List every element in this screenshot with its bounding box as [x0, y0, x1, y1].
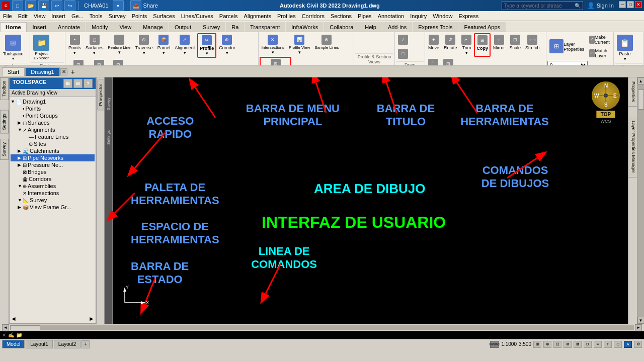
- tab-infraworks[interactable]: InfraWorks: [286, 22, 324, 32]
- tab-express[interactable]: Express Tools: [413, 22, 458, 32]
- trim-btn[interactable]: ✂ Trim▾: [459, 33, 473, 57]
- traverse-btn[interactable]: ⊙ Traverse▾: [133, 33, 154, 58]
- sample-lines-btn[interactable]: ⊗ Sample Lines: [312, 33, 341, 56]
- drawing-area[interactable]: Survey Settings ACCESORAPIDO BARRA DE ME…: [105, 77, 628, 324]
- tab-collab[interactable]: Collabora: [324, 22, 359, 32]
- toolspace-dropdown-icon[interactable]: ▾: [12, 56, 14, 61]
- minimize-button[interactable]: ─: [619, 1, 626, 8]
- fillet-btn[interactable]: ⌒ Fillet▾: [426, 57, 440, 66]
- menu-format[interactable]: Ge...: [68, 12, 87, 20]
- menu-edit[interactable]: Edit: [15, 12, 31, 20]
- tab-survey[interactable]: Survey: [197, 22, 225, 32]
- tab-manage[interactable]: Manage: [137, 22, 169, 32]
- surfaces-btn[interactable]: ◻ Surfaces▾: [84, 33, 106, 58]
- intersection-btn[interactable]: ✕ Intersections▾: [260, 33, 286, 56]
- array-btn[interactable]: ⊞ Array▾: [441, 57, 456, 66]
- grid-btn[interactable]: ⊞: [533, 341, 541, 348]
- tree-nav-left[interactable]: ◄: [11, 315, 17, 322]
- tree-pressure-networks[interactable]: ▶ ⊟ Pressure Ne...: [11, 161, 95, 168]
- tab-start[interactable]: Start: [2, 67, 25, 76]
- line-btn[interactable]: /: [396, 33, 410, 47]
- tab-help[interactable]: Help: [359, 22, 382, 32]
- menu-lines[interactable]: Lines/Curves: [178, 12, 216, 20]
- layer-selector[interactable]: 0: [547, 61, 588, 66]
- tree-drawing1[interactable]: ▼ 📄 Drawing1: [11, 98, 95, 105]
- scroll-right-btn[interactable]: ►: [635, 324, 642, 331]
- top-view-btn[interactable]: TOP: [596, 111, 615, 118]
- tree-corridors[interactable]: 🛣 Corridors: [11, 175, 95, 183]
- tab-survey2[interactable]: Ra: [226, 22, 244, 32]
- tab-transparent[interactable]: Transparent: [245, 22, 285, 32]
- search-input[interactable]: [504, 3, 575, 9]
- command-input[interactable]: [24, 332, 642, 338]
- search-icon[interactable]: 🔍: [575, 3, 581, 9]
- cmd-btn2[interactable]: ✍: [8, 332, 14, 338]
- tpress-btn[interactable]: T: [604, 341, 612, 348]
- assembly-btn[interactable]: ⊡ Assembly▾: [66, 58, 90, 66]
- vtab-survey[interactable]: Survey: [0, 139, 9, 160]
- cmd-close-btn[interactable]: ✕: [2, 332, 6, 338]
- tab-addins[interactable]: Add-ins: [382, 22, 412, 32]
- feature-line-btn[interactable]: — Feature Line▾: [106, 33, 133, 58]
- layer-properties-btn[interactable]: ⊞ LayerProperties: [547, 38, 586, 55]
- obj-snap-btn[interactable]: ⊙: [614, 341, 622, 348]
- menu-express[interactable]: Express: [455, 12, 481, 20]
- menu-tools[interactable]: Tools: [87, 12, 106, 20]
- toolspace-btn[interactable]: ⊞ Toolspace ▾: [1, 33, 26, 62]
- parcel-btn[interactable]: 📦 Parcel▾: [155, 33, 173, 58]
- tree-bridges[interactable]: ⊠ Bridges: [11, 168, 95, 175]
- tree-catchments[interactable]: ▶ 🌊 Catchments: [11, 147, 95, 154]
- tab-drawing1[interactable]: Drawing1: [25, 67, 59, 76]
- tab-layout2[interactable]: Layout2: [54, 340, 81, 348]
- isnap-btn[interactable]: ⊠: [574, 341, 582, 348]
- survey-vtab[interactable]: Survey: [106, 98, 111, 110]
- restore-button[interactable]: □: [627, 1, 634, 8]
- tab-output[interactable]: Output: [169, 22, 197, 32]
- tab-featured[interactable]: Featured Apps: [458, 22, 506, 32]
- menu-sections[interactable]: Sections: [328, 12, 355, 20]
- model-btn[interactable]: Model: [490, 341, 499, 348]
- tree-intersections[interactable]: ✕ Intersections: [11, 190, 95, 197]
- qa-dropdown[interactable]: ▾: [113, 0, 124, 11]
- tree-assemblies[interactable]: ▼ ⊕ Assemblies: [11, 183, 95, 190]
- move-btn[interactable]: ✦ Move: [426, 33, 441, 57]
- polar-btn[interactable]: ⊗: [564, 341, 572, 348]
- tree-surfaces[interactable]: ▶ ◻ Surfaces: [11, 119, 95, 126]
- close-tab-btn[interactable]: ✕: [60, 68, 67, 75]
- qa-open[interactable]: 📂: [25, 0, 36, 11]
- scroll-thumb[interactable]: [638, 89, 644, 110]
- tab-insert[interactable]: Insert: [27, 22, 52, 32]
- menu-inquiry[interactable]: Inquiry: [407, 12, 430, 20]
- tree-pipe-networks[interactable]: ▶ ⊞ Pipe Networks: [11, 154, 95, 161]
- sign-in-label[interactable]: Sign In: [597, 3, 614, 9]
- project-explorer-btn[interactable]: 📁 ProjectExplorer: [31, 33, 51, 62]
- match-layer-btn[interactable]: ↩ Match Layer: [587, 47, 614, 60]
- alignment-btn[interactable]: ↗ Alignment▾: [173, 33, 197, 58]
- lweight-btn[interactable]: ≡: [594, 341, 602, 348]
- scroll-down-btn[interactable]: ▼: [637, 317, 645, 324]
- ts-btn2[interactable]: ⊟: [73, 79, 83, 88]
- profile-view-btn[interactable]: 📊 Profile View▾: [287, 33, 312, 56]
- h-scroll-thumb[interactable]: [10, 325, 40, 330]
- rect-btn[interactable]: □: [396, 47, 410, 61]
- ts-btn1[interactable]: ⊞: [63, 79, 72, 88]
- qa-undo[interactable]: ↩: [51, 0, 62, 11]
- menu-file[interactable]: File: [0, 12, 15, 20]
- grading-btn[interactable]: ⊟ Grading▾: [108, 58, 128, 66]
- close-button[interactable]: ✕: [635, 1, 642, 8]
- menu-alignments[interactable]: Alignments: [241, 12, 274, 20]
- tree-feature-lines[interactable]: — Feature Lines: [11, 133, 95, 140]
- scroll-up-btn[interactable]: ▲: [637, 77, 645, 84]
- menu-profiles[interactable]: Profiles: [274, 12, 299, 20]
- stretch-btn[interactable]: ⟷ Stretch: [523, 33, 542, 57]
- tree-alignments[interactable]: ▼ ↗ Alignments: [11, 126, 95, 133]
- ts-help-btn[interactable]: ?: [84, 79, 93, 88]
- copy-btn[interactable]: ⊞ Copy: [474, 33, 491, 57]
- menu-corridors[interactable]: Corridors: [299, 12, 328, 20]
- menu-points[interactable]: Points: [129, 12, 150, 20]
- menu-view[interactable]: View: [31, 12, 49, 20]
- menu-parcels[interactable]: Parcels: [216, 12, 241, 20]
- menu-insert[interactable]: Insert: [48, 12, 68, 20]
- menu-window[interactable]: Window: [430, 12, 455, 20]
- vtab-toolbox[interactable]: Toolbox: [0, 77, 9, 100]
